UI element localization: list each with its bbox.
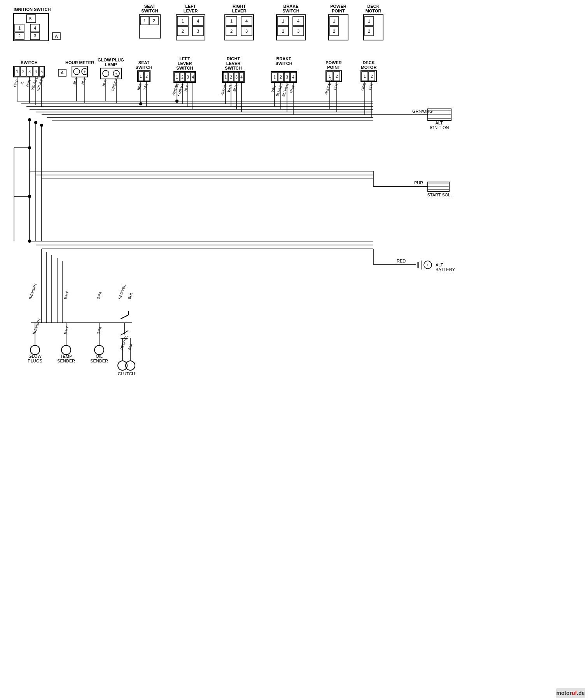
svg-text:3: 3 — [187, 75, 189, 79]
svg-text:2: 2 — [336, 74, 338, 79]
svg-text:LEFT: LEFT — [185, 4, 196, 9]
svg-text:SWITCH: SWITCH — [282, 9, 299, 13]
svg-text:PUR: PUR — [414, 180, 423, 185]
svg-text:3: 3 — [297, 29, 299, 33]
svg-text:CLUTCH: CLUTCH — [118, 371, 135, 376]
svg-text:-: - — [76, 70, 77, 74]
svg-text:+: + — [84, 70, 86, 74]
svg-text:START SOL.: START SOL. — [427, 192, 452, 197]
svg-text:4: 4 — [245, 19, 248, 23]
svg-text:POWER: POWER — [330, 4, 346, 9]
svg-text:BRAKE: BRAKE — [283, 4, 298, 9]
svg-text:2: 2 — [230, 29, 233, 33]
svg-text:2: 2 — [153, 18, 155, 23]
svg-text:MOTOR: MOTOR — [366, 9, 382, 13]
svg-text:3: 3 — [235, 75, 238, 79]
svg-text:A: A — [61, 70, 64, 75]
svg-rect-0 — [0, 0, 588, 700]
svg-text:1: 1 — [16, 70, 18, 74]
svg-text:ALT: ALT — [436, 262, 443, 267]
svg-text:-: - — [105, 72, 107, 76]
svg-text:ALT.: ALT. — [435, 121, 443, 125]
svg-text:A: A — [55, 34, 58, 38]
svg-text:MOTOR: MOTOR — [361, 65, 377, 70]
svg-text:SWITCH: SWITCH — [225, 66, 242, 70]
svg-text:4: 4 — [297, 19, 299, 23]
svg-text:1: 1 — [144, 18, 146, 23]
svg-text:POWER: POWER — [326, 60, 342, 65]
svg-text:2: 2 — [371, 74, 373, 79]
svg-text:SWITCH: SWITCH — [176, 66, 193, 70]
svg-text:1: 1 — [140, 74, 142, 79]
svg-text:3: 3 — [28, 70, 31, 74]
svg-text:1: 1 — [176, 75, 178, 79]
svg-text:SEAT: SEAT — [144, 4, 156, 9]
svg-point-195 — [139, 102, 142, 105]
svg-text:1: 1 — [329, 74, 331, 79]
svg-text:4: 4 — [197, 19, 199, 23]
svg-text:DECK: DECK — [362, 60, 374, 65]
svg-text:POINT: POINT — [332, 9, 345, 13]
svg-text:2: 2 — [333, 29, 335, 33]
svg-text:3: 3 — [197, 29, 199, 33]
svg-text:2: 2 — [230, 75, 232, 79]
svg-text:SWITCH: SWITCH — [135, 65, 152, 70]
svg-text:LAMP: LAMP — [105, 62, 117, 67]
svg-text:RIGHT: RIGHT — [233, 4, 246, 9]
svg-text:PLUGS: PLUGS — [28, 359, 42, 363]
svg-text:SENDER: SENDER — [90, 359, 108, 363]
svg-text:4: 4 — [34, 26, 36, 30]
svg-text:motoruf.de: motoruf.de — [556, 690, 584, 696]
svg-point-200 — [175, 100, 178, 103]
svg-text:LEVER: LEVER — [232, 9, 247, 13]
svg-text:HOUR METER: HOUR METER — [65, 60, 94, 65]
svg-text:2: 2 — [182, 29, 184, 33]
svg-text:1: 1 — [224, 75, 227, 79]
svg-text:1: 1 — [368, 19, 370, 23]
svg-text:3: 3 — [286, 75, 288, 79]
svg-text:4: 4 — [192, 75, 194, 79]
svg-text:SWITCH: SWITCH — [275, 61, 292, 66]
svg-text:TEMP: TEMP — [60, 354, 72, 359]
svg-text:SEAT: SEAT — [138, 60, 150, 65]
svg-text:POINT: POINT — [327, 65, 340, 70]
svg-text:2: 2 — [145, 74, 148, 79]
svg-text:BATTERY: BATTERY — [436, 267, 455, 272]
svg-text:1: 1 — [333, 19, 335, 23]
svg-text:4: 4 — [292, 75, 294, 79]
svg-text:1: 1 — [273, 75, 276, 79]
svg-text:IGNITION SWITCH: IGNITION SWITCH — [14, 7, 51, 12]
svg-text:LEVER: LEVER — [178, 61, 192, 66]
svg-text:BRAKE: BRAKE — [276, 56, 291, 61]
svg-text:2: 2 — [18, 33, 21, 38]
svg-text:1: 1 — [182, 19, 184, 23]
svg-text:2: 2 — [282, 29, 284, 33]
svg-text:GLOW: GLOW — [28, 354, 42, 359]
svg-text:1: 1 — [282, 19, 284, 23]
svg-text:OIL: OIL — [96, 354, 103, 359]
svg-text:1: 1 — [18, 26, 21, 30]
svg-text:RIGHT: RIGHT — [227, 56, 240, 61]
svg-text:3: 3 — [245, 29, 248, 33]
svg-text:GRN/ORG: GRN/ORG — [412, 109, 433, 114]
svg-text:2: 2 — [280, 75, 282, 79]
svg-text:1: 1 — [230, 19, 233, 23]
svg-text:SWITCH: SWITCH — [141, 9, 158, 13]
svg-text:+: + — [427, 263, 429, 267]
svg-text:5: 5 — [40, 70, 43, 74]
svg-text:1: 1 — [364, 74, 366, 79]
svg-text:2: 2 — [22, 70, 24, 74]
svg-text:DECK: DECK — [367, 4, 379, 9]
svg-text:2: 2 — [181, 75, 184, 79]
svg-text:LEVER: LEVER — [226, 61, 241, 66]
wiring-diagram: IGNITION SWITCH 5 1 4 2 3 A SEAT SWITCH … — [0, 0, 588, 700]
svg-text:SENDER: SENDER — [57, 359, 75, 363]
svg-text:LEVER: LEVER — [184, 9, 198, 13]
svg-text:4: 4 — [35, 70, 37, 74]
svg-text:LEFT: LEFT — [179, 56, 190, 61]
svg-text:4: 4 — [240, 75, 243, 79]
svg-text:2: 2 — [368, 29, 370, 33]
svg-text:SWITCH: SWITCH — [21, 60, 37, 65]
svg-text:3: 3 — [34, 33, 36, 38]
svg-text:GLOW PLUG: GLOW PLUG — [98, 58, 124, 62]
